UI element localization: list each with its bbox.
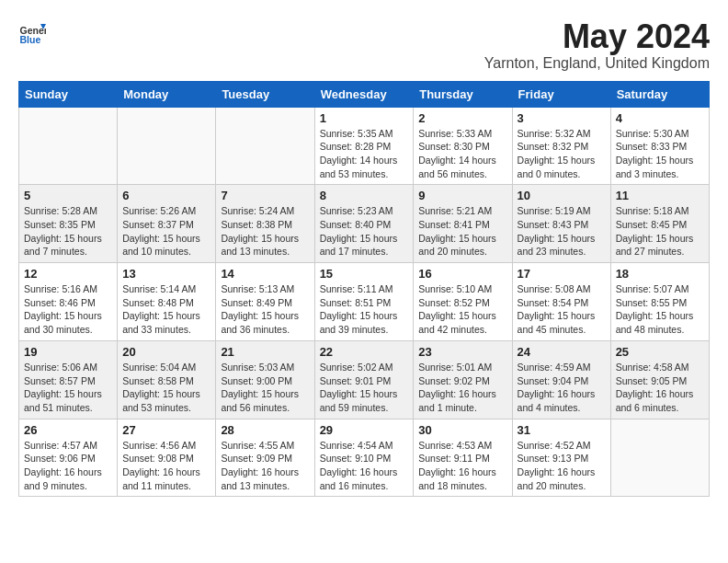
calendar-day-cell: 18Sunrise: 5:07 AM Sunset: 8:55 PM Dayli… — [610, 263, 709, 341]
day-number: 28 — [221, 423, 309, 437]
month-title: May 2024 — [484, 18, 710, 55]
calendar-week-row: 12Sunrise: 5:16 AM Sunset: 8:46 PM Dayli… — [19, 263, 710, 341]
day-info: Sunrise: 4:52 AM Sunset: 9:13 PM Dayligh… — [518, 439, 606, 493]
day-info: Sunrise: 5:18 AM Sunset: 8:45 PM Dayligh… — [616, 204, 704, 259]
calendar-week-row: 1Sunrise: 5:35 AM Sunset: 8:28 PM Daylig… — [19, 107, 710, 185]
calendar-day-cell: 9Sunrise: 5:21 AM Sunset: 8:41 PM Daylig… — [414, 185, 512, 263]
day-info: Sunrise: 5:28 AM Sunset: 8:35 PM Dayligh… — [24, 204, 112, 259]
day-number: 21 — [221, 345, 309, 359]
calendar-day-cell: 31Sunrise: 4:52 AM Sunset: 9:13 PM Dayli… — [512, 419, 610, 497]
day-info: Sunrise: 4:53 AM Sunset: 9:11 PM Dayligh… — [418, 439, 506, 493]
day-number: 31 — [518, 423, 606, 437]
calendar-day-cell: 19Sunrise: 5:06 AM Sunset: 8:57 PM Dayli… — [19, 340, 118, 419]
day-number: 17 — [518, 267, 606, 281]
day-info: Sunrise: 5:26 AM Sunset: 8:37 PM Dayligh… — [122, 204, 210, 259]
calendar-day-cell — [118, 107, 216, 185]
day-number: 13 — [122, 267, 210, 281]
title-block: May 2024 Yarnton, England, United Kingdo… — [484, 18, 710, 72]
day-number: 29 — [320, 423, 409, 437]
header-sunday: Sunday — [19, 81, 118, 107]
calendar-day-cell: 17Sunrise: 5:08 AM Sunset: 8:54 PM Dayli… — [512, 263, 610, 341]
calendar-day-cell: 22Sunrise: 5:02 AM Sunset: 9:01 PM Dayli… — [314, 340, 414, 419]
calendar-day-cell: 16Sunrise: 5:10 AM Sunset: 8:52 PM Dayli… — [414, 263, 512, 341]
day-number: 15 — [320, 267, 409, 281]
calendar-day-cell: 6Sunrise: 5:26 AM Sunset: 8:37 PM Daylig… — [118, 185, 216, 263]
calendar-week-row: 5Sunrise: 5:28 AM Sunset: 8:35 PM Daylig… — [19, 185, 710, 263]
svg-text:Blue: Blue — [20, 34, 41, 45]
day-info: Sunrise: 4:58 AM Sunset: 9:05 PM Dayligh… — [616, 361, 704, 415]
calendar-day-cell — [19, 107, 118, 185]
day-info: Sunrise: 5:16 AM Sunset: 8:46 PM Dayligh… — [24, 282, 112, 337]
calendar-header-row: SundayMondayTuesdayWednesdayThursdayFrid… — [19, 81, 710, 107]
calendar-day-cell: 10Sunrise: 5:19 AM Sunset: 8:43 PM Dayli… — [512, 185, 610, 263]
day-number: 8 — [320, 189, 409, 202]
day-info: Sunrise: 5:21 AM Sunset: 8:41 PM Dayligh… — [418, 204, 506, 259]
calendar-day-cell: 12Sunrise: 5:16 AM Sunset: 8:46 PM Dayli… — [19, 263, 118, 341]
calendar-day-cell: 14Sunrise: 5:13 AM Sunset: 8:49 PM Dayli… — [216, 263, 314, 341]
day-info: Sunrise: 5:08 AM Sunset: 8:54 PM Dayligh… — [518, 282, 606, 337]
calendar-week-row: 19Sunrise: 5:06 AM Sunset: 8:57 PM Dayli… — [19, 340, 710, 419]
day-info: Sunrise: 5:13 AM Sunset: 8:49 PM Dayligh… — [221, 282, 309, 337]
calendar-day-cell — [216, 107, 314, 185]
day-info: Sunrise: 5:32 AM Sunset: 8:32 PM Dayligh… — [518, 127, 606, 181]
day-info: Sunrise: 5:07 AM Sunset: 8:55 PM Dayligh… — [616, 282, 704, 337]
day-info: Sunrise: 4:59 AM Sunset: 9:04 PM Dayligh… — [518, 361, 606, 415]
day-number: 22 — [320, 345, 409, 359]
calendar-day-cell: 4Sunrise: 5:30 AM Sunset: 8:33 PM Daylig… — [610, 107, 709, 185]
day-info: Sunrise: 5:10 AM Sunset: 8:52 PM Dayligh… — [418, 282, 506, 337]
day-info: Sunrise: 5:11 AM Sunset: 8:51 PM Dayligh… — [320, 282, 409, 337]
day-number: 27 — [122, 423, 210, 437]
day-info: Sunrise: 4:54 AM Sunset: 9:10 PM Dayligh… — [320, 439, 409, 493]
calendar-day-cell: 2Sunrise: 5:33 AM Sunset: 8:30 PM Daylig… — [414, 107, 512, 185]
day-number: 10 — [518, 189, 606, 202]
day-number: 9 — [418, 189, 506, 202]
day-number: 26 — [24, 423, 112, 437]
day-info: Sunrise: 5:06 AM Sunset: 8:57 PM Dayligh… — [24, 361, 112, 415]
day-info: Sunrise: 5:33 AM Sunset: 8:30 PM Dayligh… — [418, 127, 506, 181]
header-monday: Monday — [118, 81, 216, 107]
day-number: 30 — [418, 423, 506, 437]
calendar-day-cell: 23Sunrise: 5:01 AM Sunset: 9:02 PM Dayli… — [414, 340, 512, 419]
calendar-day-cell: 29Sunrise: 4:54 AM Sunset: 9:10 PM Dayli… — [314, 419, 414, 497]
logo: General Blue — [18, 18, 46, 46]
day-number: 7 — [221, 189, 309, 202]
header-thursday: Thursday — [414, 81, 512, 107]
header-saturday: Saturday — [610, 81, 709, 107]
calendar-table: SundayMondayTuesdayWednesdayThursdayFrid… — [18, 81, 710, 498]
day-number: 3 — [518, 111, 606, 125]
day-number: 16 — [418, 267, 506, 281]
calendar-day-cell: 25Sunrise: 4:58 AM Sunset: 9:05 PM Dayli… — [610, 340, 709, 419]
day-info: Sunrise: 5:02 AM Sunset: 9:01 PM Dayligh… — [320, 361, 409, 415]
calendar-week-row: 26Sunrise: 4:57 AM Sunset: 9:06 PM Dayli… — [19, 419, 710, 497]
calendar-day-cell — [610, 419, 709, 497]
day-number: 24 — [518, 345, 606, 359]
day-info: Sunrise: 5:24 AM Sunset: 8:38 PM Dayligh… — [221, 204, 309, 259]
calendar-day-cell: 15Sunrise: 5:11 AM Sunset: 8:51 PM Dayli… — [314, 263, 414, 341]
header-friday: Friday — [512, 81, 610, 107]
day-info: Sunrise: 5:01 AM Sunset: 9:02 PM Dayligh… — [418, 361, 506, 415]
calendar-day-cell: 26Sunrise: 4:57 AM Sunset: 9:06 PM Dayli… — [19, 419, 118, 497]
logo-icon: General Blue — [18, 18, 46, 46]
day-number: 18 — [616, 267, 704, 281]
calendar-day-cell: 1Sunrise: 5:35 AM Sunset: 8:28 PM Daylig… — [314, 107, 414, 185]
day-info: Sunrise: 5:30 AM Sunset: 8:33 PM Dayligh… — [616, 127, 704, 181]
calendar-day-cell: 11Sunrise: 5:18 AM Sunset: 8:45 PM Dayli… — [610, 185, 709, 263]
calendar-day-cell: 8Sunrise: 5:23 AM Sunset: 8:40 PM Daylig… — [314, 185, 414, 263]
day-number: 6 — [122, 189, 210, 202]
calendar-day-cell: 13Sunrise: 5:14 AM Sunset: 8:48 PM Dayli… — [118, 263, 216, 341]
calendar-day-cell: 7Sunrise: 5:24 AM Sunset: 8:38 PM Daylig… — [216, 185, 314, 263]
day-number: 19 — [24, 345, 112, 359]
day-number: 5 — [24, 189, 112, 202]
day-number: 2 — [418, 111, 506, 125]
day-info: Sunrise: 5:23 AM Sunset: 8:40 PM Dayligh… — [320, 204, 409, 259]
header-wednesday: Wednesday — [314, 81, 414, 107]
header-tuesday: Tuesday — [216, 81, 314, 107]
day-info: Sunrise: 5:35 AM Sunset: 8:28 PM Dayligh… — [320, 127, 409, 181]
location-title: Yarnton, England, United Kingdom — [484, 55, 710, 72]
day-number: 11 — [616, 189, 704, 202]
calendar-day-cell: 21Sunrise: 5:03 AM Sunset: 9:00 PM Dayli… — [216, 340, 314, 419]
day-info: Sunrise: 5:03 AM Sunset: 9:00 PM Dayligh… — [221, 361, 309, 415]
day-info: Sunrise: 4:55 AM Sunset: 9:09 PM Dayligh… — [221, 439, 309, 493]
day-number: 4 — [616, 111, 704, 125]
calendar-day-cell: 30Sunrise: 4:53 AM Sunset: 9:11 PM Dayli… — [414, 419, 512, 497]
